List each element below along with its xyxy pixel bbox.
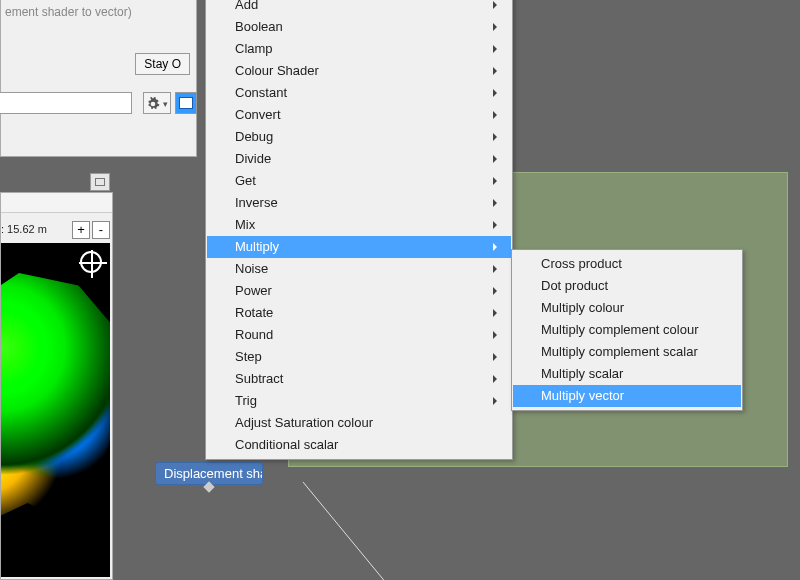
menu-item-mix[interactable]: Mix — [207, 214, 511, 236]
menu-item-boolean[interactable]: Boolean — [207, 16, 511, 38]
zoom-out-button[interactable]: - — [92, 221, 110, 239]
menu-item-debug[interactable]: Debug — [207, 126, 511, 148]
menu-item-inverse[interactable]: Inverse — [207, 192, 511, 214]
menu-item-add[interactable]: Add — [207, 0, 511, 16]
shader-search-input[interactable] — [0, 92, 132, 114]
menu-item-divide[interactable]: Divide — [207, 148, 511, 170]
submenu-item-multiply-vector[interactable]: Multiply vector — [513, 385, 741, 407]
submenu-item-dot-product[interactable]: Dot product — [513, 275, 741, 297]
orientation-gizmo-icon[interactable] — [80, 251, 102, 273]
menu-item-trig[interactable]: Trig — [207, 390, 511, 412]
viewport-3d[interactable] — [1, 243, 110, 577]
menu-item-adjust-saturation-colour[interactable]: Adjust Saturation colour — [207, 412, 511, 434]
submenu-item-multiply-scalar[interactable]: Multiply scalar — [513, 363, 741, 385]
svg-line-0 — [303, 482, 513, 580]
menu-item-convert[interactable]: Convert — [207, 104, 511, 126]
preview-toggle-button[interactable] — [175, 92, 197, 114]
node-title: Displacement shader t... — [164, 466, 263, 481]
menu-item-power[interactable]: Power — [207, 280, 511, 302]
zoom-in-button[interactable]: + — [72, 221, 90, 239]
maximize-button[interactable] — [90, 173, 110, 191]
scale-readout: : 15.62 m — [1, 223, 47, 235]
submenu-item-multiply-colour[interactable]: Multiply colour — [513, 297, 741, 319]
submenu-item-multiply-complement-scalar[interactable]: Multiply complement scalar — [513, 341, 741, 363]
menu-item-clamp[interactable]: Clamp — [207, 38, 511, 60]
menu-item-step[interactable]: Step — [207, 346, 511, 368]
menu-item-subtract[interactable]: Subtract — [207, 368, 511, 390]
settings-button[interactable]: ▾ — [143, 92, 171, 114]
gear-icon — [146, 95, 164, 110]
context-menu: AddBooleanClampColour ShaderConstantConv… — [205, 0, 513, 460]
menu-item-noise[interactable]: Noise — [207, 258, 511, 280]
menu-item-constant[interactable]: Constant — [207, 82, 511, 104]
shader-dialog: ement shader to vector) Stay O ▾ — [0, 0, 197, 157]
context-submenu: Cross productDot productMultiply colourM… — [511, 249, 743, 411]
submenu-item-cross-product[interactable]: Cross product — [513, 253, 741, 275]
menu-item-rotate[interactable]: Rotate — [207, 302, 511, 324]
connection-wire — [303, 482, 563, 580]
menu-item-get[interactable]: Get — [207, 170, 511, 192]
dialog-title: ement shader to vector) — [5, 5, 132, 19]
preview-render — [1, 273, 110, 523]
preview-panel: : 15.62 m + - — [0, 192, 113, 580]
stay-open-button[interactable]: Stay O — [135, 53, 190, 75]
menu-item-multiply[interactable]: Multiply — [207, 236, 511, 258]
maximize-icon — [95, 178, 105, 186]
menu-item-conditional-scalar[interactable]: Conditional scalar — [207, 434, 511, 456]
image-icon — [179, 97, 193, 109]
menu-item-colour-shader[interactable]: Colour Shader — [207, 60, 511, 82]
menu-item-round[interactable]: Round — [207, 324, 511, 346]
preview-toolbar — [1, 193, 112, 213]
submenu-item-multiply-complement-colour[interactable]: Multiply complement colour — [513, 319, 741, 341]
